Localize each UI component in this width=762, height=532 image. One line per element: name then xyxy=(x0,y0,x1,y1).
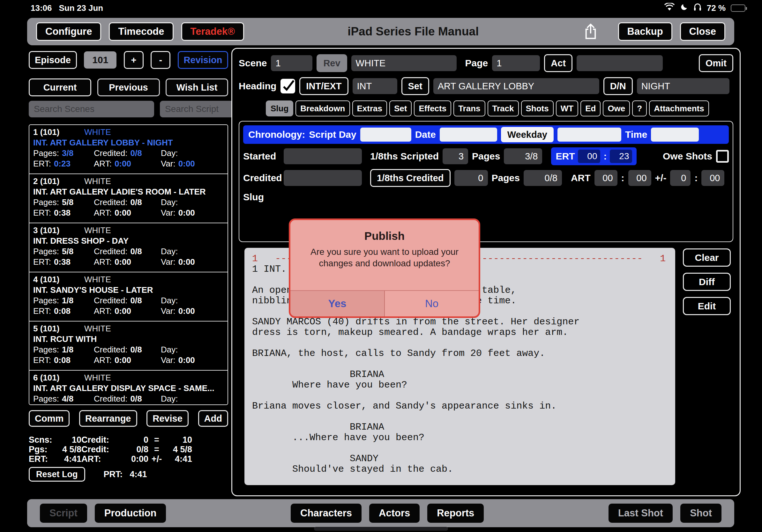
tab-question[interactable]: ? xyxy=(632,100,647,116)
tab-current[interactable]: Current xyxy=(29,79,91,96)
act-button[interactable]: Act xyxy=(544,54,572,72)
credited-row: Credited 1/8ths Credited 0 Pages 0/8 ART… xyxy=(243,169,729,187)
backup-button[interactable]: Backup xyxy=(618,22,672,41)
characters-button[interactable]: Characters xyxy=(291,503,361,523)
owe-shots-checkbox[interactable] xyxy=(716,150,729,163)
tab-effects[interactable]: Effects xyxy=(414,100,451,116)
ert-value: 0:08 xyxy=(54,355,70,365)
pages-label: Pages: xyxy=(33,394,59,404)
int-ext-button[interactable]: INT/EXT xyxy=(299,77,348,95)
revise-button[interactable]: Revise xyxy=(146,410,189,427)
tab-trans[interactable]: Trans xyxy=(453,100,485,116)
moon-icon xyxy=(680,3,688,13)
episode-plus-button[interactable]: + xyxy=(124,51,144,69)
tab-owe[interactable]: Owe xyxy=(603,100,630,116)
share-upload-icon[interactable] xyxy=(582,22,599,41)
time-field[interactable] xyxy=(651,128,699,142)
production-button[interactable]: Production xyxy=(95,503,166,523)
tab-shots[interactable]: Shots xyxy=(521,100,554,116)
episode-number-field[interactable]: 101 xyxy=(84,51,116,69)
act-field[interactable] xyxy=(576,55,663,71)
rearrange-button[interactable]: Rearrange xyxy=(79,410,137,427)
no-button[interactable]: No xyxy=(385,291,479,316)
started-field[interactable] xyxy=(284,148,362,164)
search-scenes-input[interactable] xyxy=(29,101,154,117)
credited-field[interactable] xyxy=(284,170,362,186)
tab-extras[interactable]: Extras xyxy=(352,100,387,116)
reports-button[interactable]: Reports xyxy=(427,503,484,523)
scene-number-field[interactable]: 1 xyxy=(271,55,312,71)
scene-list-item-2[interactable]: 2 (101) WHITE INT. ART GALLERY LADIE'S R… xyxy=(29,174,228,223)
credited-label: Credited: xyxy=(94,296,128,305)
int-ext-field[interactable]: INT xyxy=(352,78,397,94)
eighths-credited-button[interactable]: 1/8ths Credited xyxy=(370,169,451,187)
pages-scripted-field[interactable]: 3/8 xyxy=(504,148,542,164)
publish-dialog: Publish Are you sure you want to upload … xyxy=(289,219,480,318)
tab-ed[interactable]: Ed xyxy=(580,100,600,116)
comm-button[interactable]: Comm xyxy=(29,410,70,427)
var-value: 0:00 xyxy=(178,159,195,169)
scene-number: 5 (101) xyxy=(33,324,84,334)
episode-minus-button[interactable]: - xyxy=(151,51,170,69)
timecode-button[interactable]: Timecode xyxy=(109,22,173,41)
scene-list-item-3[interactable]: 3 (101) WHITE INT. DRESS SHOP - DAY Page… xyxy=(29,223,228,272)
eighths-credited-field[interactable]: 0 xyxy=(454,170,488,186)
dn-field[interactable]: NIGHT xyxy=(637,78,729,94)
date-field[interactable] xyxy=(440,128,497,142)
home-indicator[interactable] xyxy=(314,527,448,531)
weekday-button[interactable]: Weekday xyxy=(501,127,554,142)
art-label: ART xyxy=(571,172,591,183)
art-minutes-field[interactable]: 00 xyxy=(628,170,651,186)
dn-button[interactable]: D/N xyxy=(603,77,633,95)
yes-button[interactable]: Yes xyxy=(290,291,385,316)
tab-wt[interactable]: WT xyxy=(556,100,578,116)
tab-track[interactable]: Track xyxy=(488,100,519,116)
diff-button[interactable]: Diff xyxy=(683,273,731,291)
weekday-field[interactable] xyxy=(558,128,621,142)
clear-button[interactable]: Clear xyxy=(683,248,731,267)
credited-value: 0/8 xyxy=(130,246,142,256)
pages-credited-field[interactable]: 0/8 xyxy=(524,170,562,186)
scene-list-item-6[interactable]: 6 (101) WHITE INT. ART GALLERY DISPLAY S… xyxy=(29,370,228,405)
script-button: Script xyxy=(40,503,87,523)
eighths-scripted-label: 1/8ths Scripted xyxy=(370,151,439,162)
reset-log-button[interactable]: Reset Log xyxy=(29,467,85,482)
day-label: Day: xyxy=(161,394,178,404)
tab-slug[interactable]: Slug xyxy=(266,100,293,116)
actors-button[interactable]: Actors xyxy=(369,503,419,523)
teradek-button[interactable]: Teradek® xyxy=(181,22,244,41)
ert-minutes-field[interactable]: 23 xyxy=(610,150,632,163)
var-label: Var: xyxy=(161,306,176,316)
tab-breakdown[interactable]: Breakdown xyxy=(295,100,350,116)
tab-previous[interactable]: Previous xyxy=(97,79,160,96)
tab-wish-list[interactable]: Wish List xyxy=(166,79,228,96)
art-hours-field[interactable]: 00 xyxy=(594,170,617,186)
variance-minutes-field[interactable]: 00 xyxy=(701,170,724,186)
checked-checkbox-icon[interactable] xyxy=(280,79,295,94)
add-button[interactable]: Add xyxy=(198,410,228,427)
tab-attachments[interactable]: Attachments xyxy=(649,100,709,116)
day-label: Day: xyxy=(161,197,178,207)
scene-list-item-1[interactable]: 1 (101) WHITE INT. ART GALLERY LOBBY - N… xyxy=(29,125,228,174)
script-day-field[interactable] xyxy=(360,128,411,142)
rev-button[interactable]: Rev xyxy=(317,54,347,72)
variance-hours-field[interactable]: 0 xyxy=(670,170,691,186)
close-button[interactable]: Close xyxy=(680,22,725,41)
set-field[interactable]: ART GALLERY LOBBY xyxy=(433,78,599,94)
episode-summary: Scns: 10 Credit: 0 = 10 Pgs: 4 5/8 Credi… xyxy=(29,435,228,482)
revision-color-field[interactable]: WHITE xyxy=(351,55,457,71)
ert-hours-field[interactable]: 00 xyxy=(578,150,600,163)
set-button[interactable]: Set xyxy=(402,77,429,95)
scene-list-item-4[interactable]: 4 (101) WHITE INT. SANDY'S HOUSE - LATER… xyxy=(29,272,228,321)
revision-button[interactable]: Revision xyxy=(178,51,228,69)
shot-button: Shot xyxy=(680,503,722,523)
omit-button[interactable]: Omit xyxy=(699,54,733,72)
scene-list-item-5[interactable]: 5 (101) WHITE INT. RCUT WITH Pages:1/8 C… xyxy=(29,321,228,370)
episode-button[interactable]: Episode xyxy=(29,51,77,69)
eighths-scripted-field[interactable]: 3 xyxy=(443,148,468,164)
page-field[interactable]: 1 xyxy=(492,55,540,71)
scene-revision-color: WHITE xyxy=(84,275,224,285)
tab-set[interactable]: Set xyxy=(389,100,412,116)
edit-button[interactable]: Edit xyxy=(683,297,731,315)
configure-button[interactable]: Configure xyxy=(36,22,101,41)
